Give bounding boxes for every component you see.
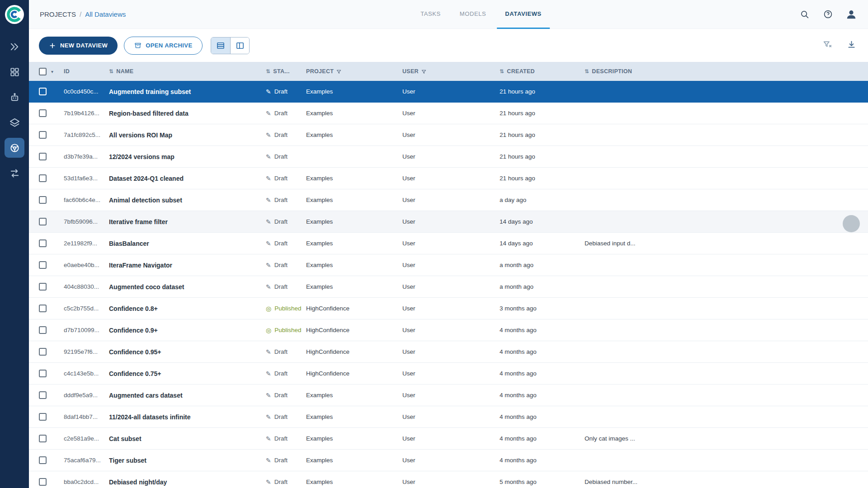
sort-icon[interactable]: ⇅ (266, 68, 270, 75)
table-row[interactable]: d7b710099... Confidence 0.9+ ◎ Published… (29, 319, 868, 341)
row-created: 4 months ago (500, 457, 585, 464)
sort-icon[interactable]: ⇅ (109, 68, 113, 75)
row-name[interactable]: Debiased night/day (109, 479, 266, 486)
select-menu-caret-icon[interactable]: ▾ (51, 69, 53, 74)
table-row[interactable]: 7bfb59096... Iterative frame filter ✎ Dr… (29, 211, 868, 233)
table-row[interactable]: fac60b6c4e... Animal detection subset ✎ … (29, 189, 868, 211)
filter-icon[interactable] (421, 69, 426, 74)
floating-action-button[interactable] (843, 215, 860, 232)
row-checkbox[interactable] (39, 370, 47, 377)
new-dataview-button[interactable]: NEW DATAVIEW (39, 37, 118, 55)
row-name[interactable]: Iterative frame filter (109, 218, 266, 225)
breadcrumb-projects[interactable]: PROJECTS (40, 10, 76, 18)
row-name[interactable]: Augmented training subset (109, 88, 266, 95)
row-description: Only cat images ... (585, 435, 868, 442)
table-row[interactable]: c4c143e5b... Confidence 0.75+ ✎ Draft Hi… (29, 363, 868, 385)
row-name[interactable]: Region-based filtered data (109, 110, 266, 117)
column-header-created[interactable]: ⇅ CREATED (500, 68, 585, 75)
sidebar-item-getting-started[interactable] (5, 37, 24, 56)
column-header-id[interactable]: ID (64, 68, 109, 75)
row-checkbox[interactable] (39, 326, 47, 334)
tab-dataviews[interactable]: DATAVIEWS (497, 0, 550, 29)
filter-icon[interactable] (336, 69, 341, 74)
sidebar-item-compare[interactable] (5, 163, 24, 183)
sidebar-item-dataviews[interactable] (5, 138, 24, 158)
row-checkbox[interactable] (39, 391, 47, 399)
row-created: a day ago (500, 197, 585, 203)
table-row[interactable]: e0aebe40b... IteraFrame Navigator ✎ Draf… (29, 254, 868, 276)
row-checkbox[interactable] (39, 196, 47, 204)
table-row[interactable]: bba0c2dcd... Debiased night/day ✎ Draft … (29, 471, 868, 488)
column-header-project[interactable]: PROJECT (306, 68, 402, 75)
row-user: User (402, 218, 500, 225)
compare-icon (9, 168, 20, 178)
split-view-button[interactable] (230, 38, 249, 54)
column-header-description[interactable]: ⇅ DESCRIPTION (585, 68, 868, 75)
table-row[interactable]: 404c88030... Augmented coco dataset ✎ Dr… (29, 276, 868, 298)
table-row[interactable]: 92195e7f6... Confidence 0.95+ ✎ Draft Hi… (29, 341, 868, 363)
row-name[interactable]: Confidence 0.75+ (109, 370, 266, 377)
row-checkbox[interactable] (39, 109, 47, 117)
row-name[interactable]: Animal detection subset (109, 197, 266, 204)
row-name[interactable]: Confidence 0.9+ (109, 327, 266, 334)
table-row[interactable]: dddf9e5a9... Augmented cars dataset ✎ Dr… (29, 385, 868, 406)
tab-models[interactable]: MODELS (452, 0, 495, 29)
row-name[interactable]: Dataset 2024-Q1 cleaned (109, 175, 266, 182)
table-row[interactable]: c2e581a9e... Cat subset ✎ Draft Examples… (29, 428, 868, 450)
row-checkbox[interactable] (39, 478, 47, 486)
sidebar-item-datasets[interactable] (5, 113, 24, 132)
row-checkbox[interactable] (39, 456, 47, 464)
sidebar-item-annotator[interactable] (5, 87, 24, 107)
row-checkbox[interactable] (39, 305, 47, 312)
status-cell: ✎ Draft (266, 392, 306, 399)
row-checkbox[interactable] (39, 131, 47, 139)
sort-icon[interactable]: ⇅ (585, 68, 589, 75)
table-row[interactable]: 7b19b4126... Region-based filtered data … (29, 103, 868, 124)
row-name[interactable]: All versions ROI Map (109, 131, 266, 139)
row-name[interactable]: BiasBalancer (109, 240, 266, 247)
table-row[interactable]: d3b7fe39a... 12/2024 versions map ✎ Draf… (29, 146, 868, 168)
row-name[interactable]: 11/2024-all datasets infinite (109, 413, 266, 421)
row-checkbox[interactable] (39, 218, 47, 225)
row-checkbox[interactable] (39, 283, 47, 291)
table-row[interactable]: 8daf14bb7... 11/2024-all datasets infini… (29, 406, 868, 428)
row-name[interactable]: 12/2024 versions map (109, 153, 266, 160)
row-checkbox[interactable] (39, 174, 47, 182)
table-row[interactable]: 75acaf6a79... Tiger subset ✎ Draft Examp… (29, 450, 868, 471)
download-button[interactable] (847, 40, 856, 51)
table-row[interactable]: 0c0cd450c... Augmented training subset ✎… (29, 81, 868, 103)
column-header-name[interactable]: ⇅ NAME (109, 68, 266, 75)
row-name[interactable]: Confidence 0.95+ (109, 348, 266, 356)
tab-tasks[interactable]: TASKS (412, 0, 449, 29)
table-row[interactable]: c5c2b755d... Confidence 0.8+ ◎ Published… (29, 298, 868, 319)
row-name[interactable]: Tiger subset (109, 457, 266, 464)
search-button[interactable] (798, 9, 810, 20)
table-view-button[interactable] (211, 38, 230, 54)
row-name[interactable]: Augmented cars dataset (109, 392, 266, 399)
breadcrumb-all-dataviews[interactable]: All Dataviews (85, 10, 126, 18)
column-header-user[interactable]: USER (402, 68, 500, 75)
row-checkbox[interactable] (39, 239, 47, 247)
user-menu-button[interactable] (845, 9, 857, 20)
row-checkbox[interactable] (39, 435, 47, 442)
row-name[interactable]: IteraFrame Navigator (109, 262, 266, 269)
sidebar-item-frames[interactable] (5, 62, 24, 82)
row-checkbox[interactable] (39, 261, 47, 269)
row-checkbox[interactable] (39, 348, 47, 356)
row-checkbox[interactable] (39, 88, 47, 95)
table-row[interactable]: 2e11982f9... BiasBalancer ✎ Draft Exampl… (29, 233, 868, 254)
table-row[interactable]: 53d1fa6e3... Dataset 2024-Q1 cleaned ✎ D… (29, 168, 868, 189)
column-header-status[interactable]: ⇅ STA... (266, 68, 306, 75)
open-archive-button[interactable]: OPEN ARCHIVE (124, 37, 203, 55)
select-all-checkbox[interactable] (39, 68, 47, 75)
help-button[interactable] (822, 9, 834, 20)
row-name[interactable]: Augmented coco dataset (109, 283, 266, 291)
row-checkbox[interactable] (39, 413, 47, 421)
row-name[interactable]: Cat subset (109, 435, 266, 442)
table-row[interactable]: 7a1fc892c5... All versions ROI Map ✎ Dra… (29, 124, 868, 146)
row-name[interactable]: Confidence 0.8+ (109, 305, 266, 312)
sort-icon[interactable]: ⇅ (500, 68, 504, 75)
clearml-logo[interactable] (5, 5, 24, 24)
row-checkbox[interactable] (39, 153, 47, 160)
clear-filters-button[interactable] (823, 40, 832, 51)
